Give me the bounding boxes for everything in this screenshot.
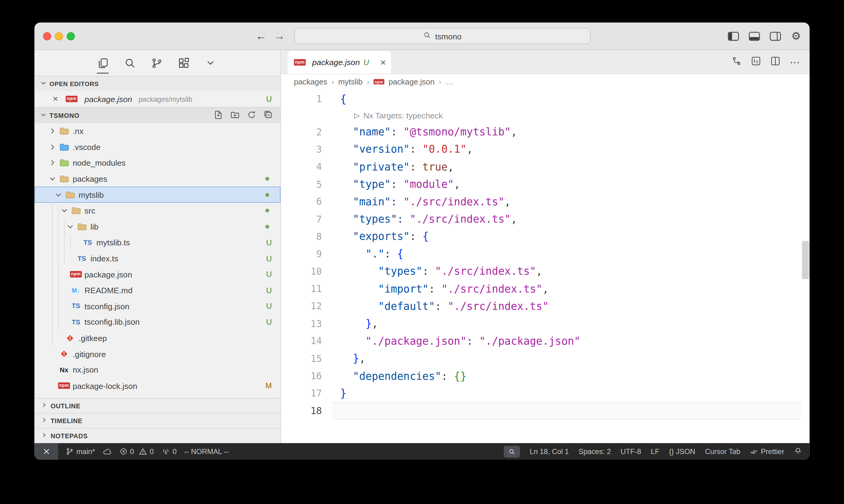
tree-item-package.json[interactable]: npmpackage.jsonU <box>35 266 280 282</box>
code-line-9[interactable]: 9 ".": { <box>281 245 810 263</box>
breadcrumb-file[interactable]: package.json <box>389 77 435 86</box>
forward-button[interactable]: → <box>272 29 287 43</box>
tree-item-mytslib.ts[interactable]: TSmytslib.tsU <box>35 234 280 251</box>
tree-item-.gitignore[interactable]: .gitignore <box>35 346 280 362</box>
codelens-nx-targets[interactable]: ▷Nx Targets: typecheck <box>281 108 810 123</box>
code-line-10[interactable]: 10 "types": "./src/index.ts", <box>281 263 810 280</box>
tree-item-index.ts[interactable]: TSindex.tsU <box>35 251 280 267</box>
cursor-tab-status[interactable]: Cursor Tab <box>705 447 740 455</box>
explorer-icon[interactable] <box>96 56 110 70</box>
close-tab-icon[interactable]: × <box>380 57 386 67</box>
source-control-graph-icon[interactable] <box>731 56 742 68</box>
outline-section-header[interactable]: OUTLINE <box>35 398 280 413</box>
code-line-13[interactable]: 13 }, <box>281 315 810 332</box>
breadcrumb-ellipsis[interactable]: … <box>446 77 453 86</box>
code-line-14[interactable]: 14 "./package.json": "./package.json" <box>281 332 810 350</box>
code-text: { <box>340 93 346 105</box>
npm-icon: npm <box>294 57 305 67</box>
new-file-icon[interactable] <box>214 110 223 121</box>
editor-scrollbar[interactable] <box>802 241 809 279</box>
close-window-button[interactable] <box>43 32 51 41</box>
chevron-down-icon[interactable] <box>65 222 75 231</box>
code-line-1[interactable]: 1{ <box>281 90 810 108</box>
search-view-icon[interactable] <box>123 56 137 70</box>
open-editor-entry[interactable]: × npm package.json packages/mytslib U <box>35 91 280 107</box>
code-line-6[interactable]: 6 "main": "./src/index.ts", <box>281 193 810 211</box>
open-editors-header[interactable]: OPEN EDITORS <box>35 76 280 91</box>
tree-item-.vscode[interactable]: .vscode <box>35 139 280 155</box>
tree-item-lib[interactable]: lib <box>35 219 280 235</box>
tree-item-README.md[interactable]: M↓README.mdU <box>35 282 280 298</box>
open-changes-icon[interactable] <box>751 56 761 68</box>
code-line-8[interactable]: 8 "exports": { <box>281 228 810 245</box>
tree-item-tsconfig.json[interactable]: TStsconfig.jsonU <box>35 298 280 314</box>
back-button[interactable]: ← <box>254 29 269 43</box>
minimize-window-button[interactable] <box>55 32 63 41</box>
notepads-section-header[interactable]: NOTEPADS <box>35 428 280 443</box>
tree-item-label: node_modules <box>73 158 126 167</box>
chevron-down-icon[interactable] <box>47 175 57 183</box>
tree-item-package-lock.json[interactable]: npmpackage-lock.jsonM <box>35 378 280 394</box>
ports-status[interactable]: 0 <box>161 447 177 455</box>
chevron-right-icon[interactable] <box>47 127 57 136</box>
language-mode-status[interactable]: {} JSON <box>669 447 695 455</box>
code-line-17[interactable]: 17} <box>281 385 810 402</box>
tree-item-packages[interactable]: packages <box>35 171 280 187</box>
project-section-header[interactable]: TSMONO <box>35 107 280 123</box>
source-control-icon[interactable] <box>150 56 164 70</box>
vim-mode-indicator[interactable]: -- NORMAL -- <box>184 447 228 455</box>
code-text: "private": true, <box>340 161 454 173</box>
tree-item-nx.json[interactable]: Nxnx.json <box>35 362 280 378</box>
tree-item-.nx[interactable]: .nx <box>35 123 280 139</box>
close-editor-icon[interactable]: × <box>51 94 60 105</box>
code-line-2[interactable]: 2 "name": "@tsmono/mytslib", <box>281 123 810 141</box>
eol-status[interactable]: LF <box>651 447 659 455</box>
timeline-section-header[interactable]: TIMELINE <box>35 413 280 428</box>
tree-item-src[interactable]: src <box>35 203 280 219</box>
git-branch-status[interactable]: main* <box>66 447 95 455</box>
breadcrumb-packages[interactable]: packages <box>294 77 327 86</box>
encoding-status[interactable]: UTF-8 <box>621 447 641 455</box>
toggle-panel-icon[interactable] <box>747 30 761 43</box>
chevron-right-icon[interactable] <box>47 143 57 151</box>
more-views-chevron-icon[interactable] <box>203 56 217 70</box>
code-line-11[interactable]: 11 "import": "./src/index.ts", <box>281 280 810 298</box>
code-line-7[interactable]: 7 "types": "./src/index.ts", <box>281 211 810 228</box>
extensions-icon[interactable] <box>176 56 190 70</box>
tree-item-node_modules[interactable]: node_modules <box>35 155 280 171</box>
breadcrumb-mytslib[interactable]: mytslib <box>338 77 363 86</box>
refresh-icon[interactable] <box>247 110 256 121</box>
chevron-right-icon[interactable] <box>47 159 57 167</box>
new-folder-icon[interactable] <box>230 110 240 121</box>
code-line-15[interactable]: 15 }, <box>281 350 810 367</box>
status-search-button[interactable] <box>504 446 520 457</box>
zoom-window-button[interactable] <box>67 32 75 41</box>
notifications-bell-icon[interactable] <box>794 447 802 456</box>
code-line-18[interactable]: 18 <box>281 402 810 419</box>
tree-item-.gitkeep[interactable]: .gitkeep <box>35 330 280 346</box>
cursor-position-status[interactable]: Ln 18, Col 1 <box>530 447 569 455</box>
code-line-16[interactable]: 16 "dependencies": {} <box>281 367 810 385</box>
tab-package-json[interactable]: npm package.json U × <box>287 50 392 74</box>
split-editor-icon[interactable] <box>770 56 781 68</box>
code-line-5[interactable]: 5 "type": "module", <box>281 176 810 193</box>
more-actions-icon[interactable]: ⋯ <box>790 57 800 67</box>
chevron-down-icon[interactable] <box>59 206 69 215</box>
tree-item-tsconfig.lib.json[interactable]: TStsconfig.lib.jsonU <box>35 314 280 330</box>
code-editor[interactable]: 1{▷Nx Targets: typecheck2 "name": "@tsmo… <box>281 89 810 443</box>
code-line-12[interactable]: 12 "default": "./src/index.ts" <box>281 298 810 315</box>
tree-item-mytslib[interactable]: mytslib <box>35 187 280 203</box>
chevron-down-icon[interactable] <box>53 191 63 199</box>
code-line-4[interactable]: 4 "private": true, <box>281 158 810 176</box>
publish-changes-button[interactable] <box>102 447 111 455</box>
toggle-secondary-sidebar-icon[interactable] <box>769 30 781 43</box>
toggle-primary-sidebar-icon[interactable] <box>727 30 740 43</box>
collapse-all-icon[interactable] <box>264 110 273 121</box>
formatter-status[interactable]: Prettier <box>750 447 784 455</box>
indentation-status[interactable]: Spaces: 2 <box>579 447 611 455</box>
settings-gear-icon[interactable]: ⚙ <box>790 30 803 43</box>
code-line-3[interactable]: 3 "version": "0.0.1", <box>281 141 810 158</box>
remote-indicator[interactable] <box>35 443 58 460</box>
problems-status[interactable]: 0 0 <box>119 447 154 455</box>
command-center-search[interactable]: tsmono <box>294 28 590 44</box>
